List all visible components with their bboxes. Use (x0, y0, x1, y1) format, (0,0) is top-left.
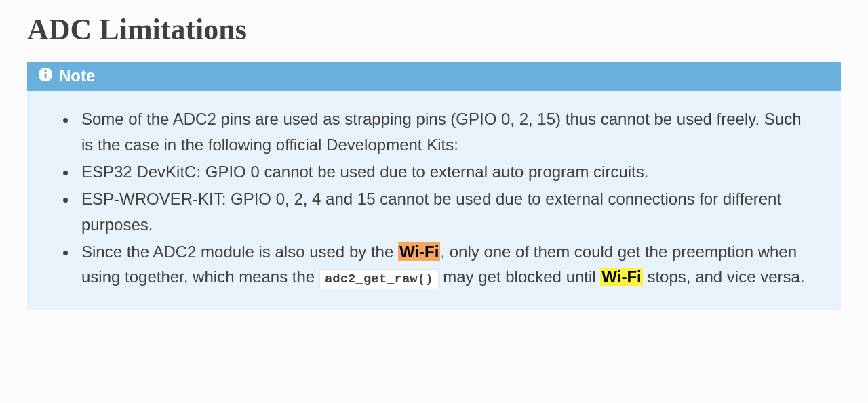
note-admonition: Note Some of the ADC2 pins are used as s… (27, 62, 841, 310)
list-item: ESP32 DevKitC: GPIO 0 cannot be used due… (77, 159, 808, 185)
text-fragment: may get blocked until (443, 268, 600, 286)
doc-section: ADC Limitations Note Some of the ADC2 pi… (0, 0, 868, 337)
text-fragment: Since the ADC2 module is also used by th… (81, 242, 398, 261)
highlight-wifi-yellow: Wi-Fi (600, 268, 642, 286)
text-fragment: stops, and vice versa. (643, 268, 805, 286)
list-item: Some of the ADC2 pins are used as strapp… (77, 106, 808, 158)
section-heading: ADC Limitations (27, 12, 841, 47)
list-item: Since the ADC2 module is also used by th… (77, 239, 808, 291)
code-adc2-get-raw: adc2_get_raw() (319, 269, 439, 289)
note-title-bar: Note (27, 62, 841, 91)
info-icon (38, 67, 53, 85)
note-list: Some of the ADC2 pins are used as strapp… (60, 106, 808, 290)
svg-rect-3 (45, 73, 47, 78)
svg-point-4 (44, 70, 46, 72)
list-item: ESP-WROVER-KIT: GPIO 0, 2, 4 and 15 cann… (77, 186, 808, 238)
note-title-text: Note (59, 68, 95, 84)
highlight-wifi-orange: Wi-Fi (398, 242, 440, 261)
